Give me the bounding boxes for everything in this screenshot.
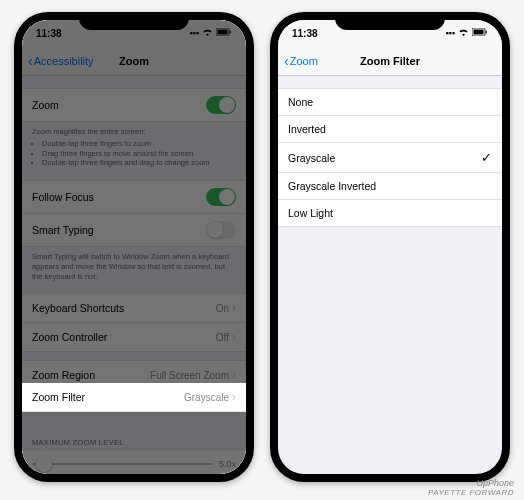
status-time: 11:38	[292, 28, 318, 39]
follow-focus-label: Follow Focus	[32, 191, 94, 203]
svg-rect-1	[218, 30, 228, 35]
signal-icon: ▪▪▪	[189, 28, 199, 38]
notch	[79, 12, 189, 30]
slider-thumb[interactable]	[36, 456, 52, 472]
zoom-region-value: Full Screen Zoom	[150, 370, 229, 381]
zoom-controller-label: Zoom Controller	[32, 331, 107, 343]
filter-option-grayscale[interactable]: Grayscale ✓	[278, 143, 502, 173]
chevron-left-icon: ‹	[284, 53, 289, 69]
smart-typing-row[interactable]: Smart Typing	[22, 214, 246, 247]
nav-bar: ‹ Zoom Zoom Filter	[278, 46, 502, 76]
svg-rect-2	[230, 31, 231, 34]
zoom-filter-label: Zoom Filter	[32, 391, 85, 403]
watermark-line2: PAYETTE FORWARD	[428, 489, 514, 498]
phone-left: 11:38 ▪▪▪ ‹ Accessibility Zoom	[14, 12, 254, 482]
zoom-region-label: Zoom Region	[32, 369, 95, 381]
smart-typing-description: Smart Typing will switch to Window Zoom …	[22, 247, 246, 289]
option-label: Grayscale	[288, 152, 335, 164]
back-button[interactable]: ‹ Zoom	[284, 53, 318, 69]
battery-icon	[216, 28, 232, 38]
smart-typing-label: Smart Typing	[32, 224, 94, 236]
keyboard-shortcuts-value: On	[216, 303, 229, 314]
zoom-toggle[interactable]	[206, 96, 236, 114]
svg-rect-5	[486, 31, 487, 34]
zoom-label: Zoom	[32, 99, 59, 111]
phone-right: 11:38 ▪▪▪ ‹ Zoom Zoom Filter	[270, 12, 510, 482]
smart-typing-toggle[interactable]	[206, 221, 236, 239]
chevron-right-icon: ›	[232, 390, 236, 404]
max-zoom-value: 5.0x	[219, 459, 236, 469]
status-indicators: ▪▪▪	[445, 28, 488, 38]
signal-icon: ▪▪▪	[445, 28, 455, 38]
zoom-description: Zoom magnifies the entire screen: Double…	[22, 122, 246, 176]
keyboard-shortcuts-label: Keyboard Shortcuts	[32, 302, 124, 314]
filter-option-low-light[interactable]: Low Light	[278, 200, 502, 227]
wifi-icon	[458, 28, 469, 38]
back-button[interactable]: ‹ Accessibility	[28, 53, 94, 69]
max-zoom-slider-row[interactable]: 5.0x	[22, 451, 246, 474]
filter-option-inverted[interactable]: Inverted	[278, 116, 502, 143]
filter-option-none[interactable]: None	[278, 88, 502, 116]
option-label: Grayscale Inverted	[288, 180, 376, 192]
option-label: None	[288, 96, 313, 108]
chevron-right-icon: ›	[232, 330, 236, 344]
nav-bar: ‹ Accessibility Zoom	[22, 46, 246, 76]
wifi-icon	[202, 28, 213, 38]
zoom-filter-value: Grayscale	[184, 392, 229, 403]
option-label: Inverted	[288, 123, 326, 135]
battery-icon	[472, 28, 488, 38]
status-time: 11:38	[36, 28, 62, 39]
chevron-right-icon: ›	[232, 301, 236, 315]
watermark: UpPhone PAYETTE FORWARD	[428, 479, 514, 498]
follow-focus-row[interactable]: Follow Focus	[22, 180, 246, 214]
filter-option-grayscale-inverted[interactable]: Grayscale Inverted	[278, 173, 502, 200]
chevron-left-icon: ‹	[28, 53, 33, 69]
follow-focus-toggle[interactable]	[206, 188, 236, 206]
svg-rect-4	[474, 30, 484, 35]
zoom-controller-row[interactable]: Zoom Controller Off ›	[22, 323, 246, 352]
zoom-toggle-row[interactable]: Zoom	[22, 88, 246, 122]
checkmark-icon: ✓	[481, 150, 492, 165]
zoom-controller-value: Off	[216, 332, 229, 343]
back-label: Accessibility	[34, 55, 94, 67]
back-label: Zoom	[290, 55, 318, 67]
max-zoom-header: MAXIMUM ZOOM LEVEL	[22, 428, 246, 451]
keyboard-shortcuts-row[interactable]: Keyboard Shortcuts On ›	[22, 293, 246, 323]
max-zoom-slider[interactable]	[32, 463, 213, 465]
zoom-filter-row[interactable]: Zoom Filter Grayscale ›	[22, 383, 246, 412]
chevron-right-icon: ›	[232, 368, 236, 382]
status-indicators: ▪▪▪	[189, 28, 232, 38]
option-label: Low Light	[288, 207, 333, 219]
notch	[335, 12, 445, 30]
